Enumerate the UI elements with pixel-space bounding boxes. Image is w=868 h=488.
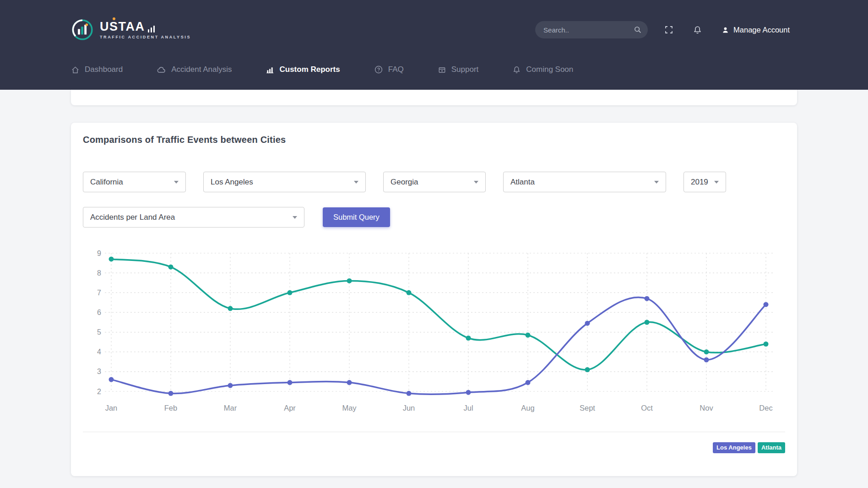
nav-support[interactable]: Support (438, 65, 479, 74)
submit-query-button[interactable]: Submit Query (323, 207, 390, 227)
svg-text:5: 5 (97, 328, 101, 336)
nav-custom-reports[interactable]: Custom Reports (266, 65, 340, 74)
svg-text:Aug: Aug (521, 404, 534, 412)
svg-text:3: 3 (97, 368, 101, 375)
year-select[interactable]: 2019 (684, 172, 726, 192)
chart-legend: Los Angeles Atlanta (83, 442, 785, 453)
brand-logo-icon (71, 18, 94, 41)
svg-text:4: 4 (97, 348, 101, 356)
manage-account-label: Manage Account (733, 26, 790, 34)
card-divider (83, 432, 785, 432)
nav-label-accident-analysis: Accident Analysis (171, 65, 232, 74)
report-title: Comparisons of Traffic Events between Ci… (83, 135, 785, 145)
svg-text:Mar: Mar (224, 404, 237, 412)
city-b-select[interactable]: Atlanta (503, 172, 666, 192)
chevron-down-icon (654, 181, 659, 184)
svg-text:Jun: Jun (403, 404, 415, 412)
nav-label-dashboard: Dashboard (85, 65, 123, 74)
legend-badge-los-angeles[interactable]: Los Angeles (713, 442, 755, 453)
svg-text:Feb: Feb (164, 404, 177, 412)
page-body: Comparisons of Traffic Events between Ci… (0, 90, 868, 476)
svg-text:Sept: Sept (580, 404, 595, 412)
chevron-down-icon (293, 216, 297, 219)
svg-text:6: 6 (97, 309, 101, 316)
main-nav: Dashboard Accident Analysis Custom Repor… (71, 49, 797, 90)
city-a-select[interactable]: Los Angeles (203, 172, 366, 192)
legend-badge-atlanta[interactable]: Atlanta (758, 442, 785, 453)
bar-chart-icon (266, 65, 274, 74)
state-b-select[interactable]: Georgia (383, 172, 486, 192)
top-header: USTAA TRAFFIC ACCIDENT ANALYSIS Mana (0, 0, 868, 90)
brand-accent-dot (113, 17, 115, 20)
user-icon (722, 26, 729, 34)
previous-section-card (71, 90, 797, 105)
nav-label-support: Support (451, 65, 479, 74)
brand-logo[interactable]: USTAA TRAFFIC ACCIDENT ANALYSIS (71, 18, 191, 41)
nav-faq[interactable]: FAQ (374, 65, 404, 74)
svg-text:Nov: Nov (700, 404, 713, 412)
chevron-down-icon (474, 181, 478, 184)
brand-tagline: TRAFFIC ACCIDENT ANALYSIS (100, 35, 191, 39)
question-circle-icon (374, 65, 383, 74)
chevron-down-icon (714, 181, 719, 184)
city-a-value: Los Angeles (211, 178, 253, 187)
nav-label-custom-reports: Custom Reports (279, 65, 340, 74)
fullscreen-icon[interactable] (664, 25, 673, 34)
state-a-value: California (90, 178, 123, 187)
brand-name: USTAA (100, 21, 145, 33)
svg-text:9: 9 (97, 249, 101, 257)
svg-text:7: 7 (97, 289, 101, 297)
search-input[interactable] (535, 21, 648, 38)
chevron-down-icon (354, 181, 358, 184)
metric-select[interactable]: Accidents per Land Area (83, 207, 304, 228)
filters-row-2: Accidents per Land Area Submit Query (83, 207, 785, 228)
search-icon[interactable] (634, 26, 642, 34)
custom-report-card: Comparisons of Traffic Events between Ci… (71, 123, 797, 476)
nav-dashboard[interactable]: Dashboard (71, 65, 123, 74)
svg-text:Apr: Apr (284, 404, 296, 412)
svg-text:Dec: Dec (759, 404, 772, 412)
home-icon (71, 65, 80, 74)
nav-label-faq: FAQ (388, 65, 404, 74)
svg-text:May: May (342, 404, 357, 412)
nav-accident-analysis[interactable]: Accident Analysis (157, 65, 232, 75)
metric-value: Accidents per Land Area (90, 213, 175, 222)
svg-text:Jul: Jul (463, 404, 473, 412)
cloud-icon (157, 65, 166, 75)
filters-row-1: California Los Angeles Georgia Atlanta 2… (83, 172, 785, 192)
support-box-icon (438, 65, 446, 74)
chevron-down-icon (174, 181, 179, 184)
manage-account-button[interactable]: Manage Account (722, 26, 790, 34)
search-box[interactable] (535, 21, 648, 38)
svg-text:Jan: Jan (105, 404, 118, 412)
state-a-select[interactable]: California (83, 172, 186, 192)
line-chart-svg: 23456789JanFebMarAprMayJunJulAugSeptOctN… (83, 243, 785, 417)
comparison-chart[interactable]: 23456789JanFebMarAprMayJunJulAugSeptOctN… (83, 243, 785, 417)
nav-coming-soon[interactable]: Coming Soon (512, 65, 573, 74)
state-b-value: Georgia (391, 178, 418, 187)
svg-text:Oct: Oct (641, 404, 653, 412)
svg-text:2: 2 (97, 388, 101, 396)
year-value: 2019 (691, 178, 708, 187)
svg-text:8: 8 (97, 269, 101, 277)
brand-bars-icon (148, 26, 155, 33)
bell-outline-icon (512, 65, 521, 74)
nav-label-coming-soon: Coming Soon (526, 65, 573, 74)
notifications-bell-icon[interactable] (693, 25, 702, 35)
city-b-value: Atlanta (510, 178, 535, 187)
